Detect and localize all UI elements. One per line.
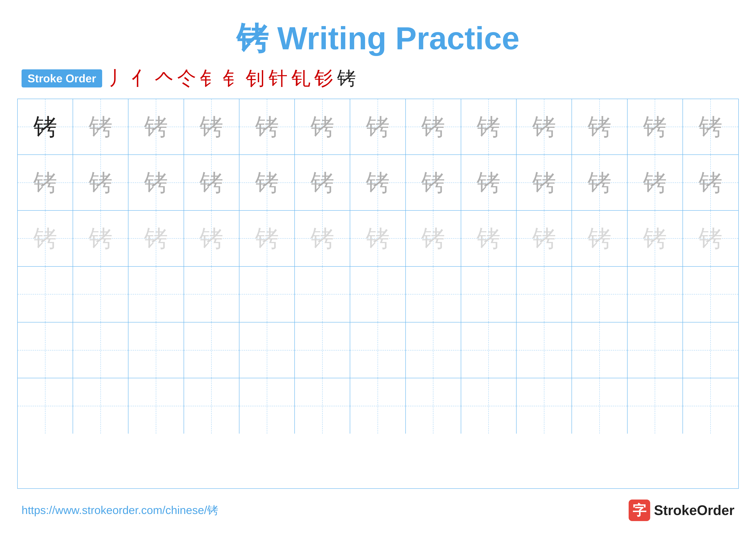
grid-cell[interactable] xyxy=(18,322,73,378)
grid-cell[interactable]: 铐 xyxy=(350,211,406,266)
grid-cell[interactable] xyxy=(572,322,627,378)
grid-cell[interactable]: 铐 xyxy=(517,99,572,154)
grid-cell[interactable]: 铐 xyxy=(184,155,239,210)
grid-cell[interactable]: 铐 xyxy=(517,211,572,266)
grid-cell[interactable] xyxy=(239,322,295,378)
grid-cell[interactable]: 铐 xyxy=(239,211,295,266)
grid-cell[interactable]: 铐 xyxy=(683,211,738,266)
grid-cell[interactable]: 铐 xyxy=(406,99,461,154)
grid-cell[interactable]: 铐 xyxy=(517,155,572,210)
grid-cell[interactable] xyxy=(73,378,128,434)
stroke-2: 亻 xyxy=(131,69,150,88)
grid-cell[interactable] xyxy=(683,322,738,378)
grid-cell[interactable] xyxy=(406,322,461,378)
char-display: 铐 xyxy=(255,227,279,250)
page-title: 铐 Writing Practice xyxy=(236,17,519,60)
grid-cell[interactable]: 铐 xyxy=(73,155,128,210)
char-display: 铐 xyxy=(699,171,722,194)
grid-cell[interactable] xyxy=(184,267,239,322)
stroke-10: 钐 xyxy=(314,69,333,88)
practice-grid: 铐 铐 铐 铐 铐 铐 铐 铐 铐 铐 铐 铐 铐 铐 铐 铐 铐 铐 铐 铐 … xyxy=(17,99,739,489)
grid-cell[interactable]: 铐 xyxy=(295,99,350,154)
grid-cell[interactable] xyxy=(517,322,572,378)
grid-cell[interactable] xyxy=(628,267,683,322)
grid-cell[interactable] xyxy=(295,378,350,434)
grid-cell[interactable] xyxy=(350,378,406,434)
grid-cell[interactable] xyxy=(461,322,517,378)
grid-cell[interactable]: 铐 xyxy=(18,99,73,154)
grid-cell[interactable]: 铐 xyxy=(73,99,128,154)
grid-cell[interactable] xyxy=(350,322,406,378)
grid-cell[interactable] xyxy=(73,267,128,322)
char-display: 铐 xyxy=(588,171,611,194)
grid-cell[interactable] xyxy=(350,267,406,322)
grid-cell[interactable]: 铐 xyxy=(683,155,738,210)
grid-cell[interactable]: 铐 xyxy=(295,211,350,266)
char-display: 铐 xyxy=(89,227,113,250)
footer: https://www.strokeorder.com/chinese/铐 字 … xyxy=(17,499,739,521)
grid-cell[interactable]: 铐 xyxy=(350,99,406,154)
grid-cell[interactable]: 铐 xyxy=(461,155,517,210)
footer-url[interactable]: https://www.strokeorder.com/chinese/铐 xyxy=(21,503,218,518)
grid-cell[interactable] xyxy=(406,378,461,434)
grid-cell[interactable] xyxy=(128,378,184,434)
char-display: 铐 xyxy=(33,171,57,194)
char-display: 铐 xyxy=(588,115,611,139)
grid-cell[interactable] xyxy=(239,267,295,322)
grid-cell[interactable] xyxy=(239,378,295,434)
char-display: 铐 xyxy=(200,227,223,250)
grid-cell[interactable] xyxy=(18,267,73,322)
char-display: 铐 xyxy=(255,115,279,139)
grid-cell[interactable]: 铐 xyxy=(628,99,683,154)
grid-cell[interactable]: 铐 xyxy=(184,99,239,154)
grid-cell[interactable]: 铐 xyxy=(128,155,184,210)
grid-cell[interactable]: 铐 xyxy=(628,155,683,210)
grid-cell[interactable]: 铐 xyxy=(239,99,295,154)
grid-cell[interactable]: 铐 xyxy=(572,155,627,210)
grid-cell[interactable]: 铐 xyxy=(461,211,517,266)
grid-cell[interactable] xyxy=(683,378,738,434)
grid-row-4 xyxy=(18,267,738,322)
grid-cell[interactable]: 铐 xyxy=(295,155,350,210)
grid-row-3: 铐 铐 铐 铐 铐 铐 铐 铐 铐 铐 铐 铐 铐 xyxy=(18,211,738,267)
grid-cell[interactable] xyxy=(517,267,572,322)
grid-cell[interactable]: 铐 xyxy=(406,155,461,210)
grid-cell[interactable] xyxy=(572,267,627,322)
grid-cell[interactable] xyxy=(683,267,738,322)
grid-cell[interactable] xyxy=(184,322,239,378)
grid-cell[interactable] xyxy=(73,322,128,378)
grid-cell[interactable]: 铐 xyxy=(461,99,517,154)
char-display: 铐 xyxy=(33,227,57,250)
grid-cell[interactable] xyxy=(628,322,683,378)
grid-cell[interactable] xyxy=(18,378,73,434)
grid-cell[interactable]: 铐 xyxy=(239,155,295,210)
grid-cell[interactable] xyxy=(461,267,517,322)
grid-cell[interactable]: 铐 xyxy=(683,99,738,154)
grid-cell[interactable] xyxy=(295,322,350,378)
grid-cell[interactable]: 铐 xyxy=(128,99,184,154)
grid-cell[interactable] xyxy=(517,378,572,434)
char-display: 铐 xyxy=(699,227,722,250)
grid-cell[interactable]: 铐 xyxy=(184,211,239,266)
grid-cell[interactable]: 铐 xyxy=(128,211,184,266)
grid-cell[interactable] xyxy=(628,378,683,434)
grid-cell[interactable]: 铐 xyxy=(572,99,627,154)
grid-cell[interactable] xyxy=(406,267,461,322)
char-display: 铐 xyxy=(643,171,667,194)
char-display: 铐 xyxy=(144,171,168,194)
stroke-9: 钆 xyxy=(291,69,310,88)
grid-cell[interactable] xyxy=(184,378,239,434)
grid-cell[interactable] xyxy=(461,378,517,434)
grid-cell[interactable] xyxy=(572,378,627,434)
grid-cell[interactable]: 铐 xyxy=(73,211,128,266)
grid-cell[interactable]: 铐 xyxy=(628,211,683,266)
grid-row-1: 铐 铐 铐 铐 铐 铐 铐 铐 铐 铐 铐 铐 铐 xyxy=(18,99,738,155)
grid-cell[interactable]: 铐 xyxy=(18,211,73,266)
grid-cell[interactable]: 铐 xyxy=(350,155,406,210)
grid-cell[interactable] xyxy=(128,267,184,322)
grid-cell[interactable]: 铐 xyxy=(572,211,627,266)
grid-cell[interactable] xyxy=(295,267,350,322)
grid-cell[interactable]: 铐 xyxy=(406,211,461,266)
grid-cell[interactable] xyxy=(128,322,184,378)
grid-cell[interactable]: 铐 xyxy=(18,155,73,210)
